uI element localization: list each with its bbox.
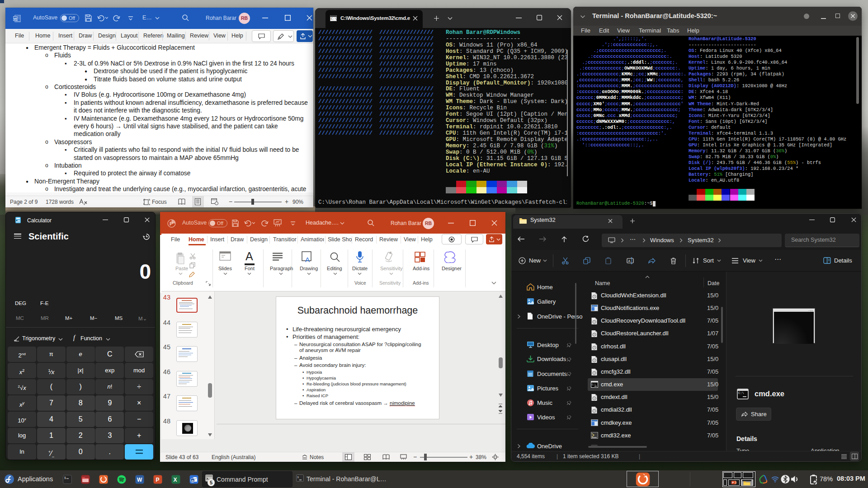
svg-text:P: P (156, 477, 160, 483)
svg-text:$: $ (64, 477, 66, 480)
svg-text:P: P (170, 221, 173, 226)
svg-text:C:\: C:\ (331, 17, 337, 21)
svg-text:P: P (732, 481, 734, 484)
svg-text:C:\: C:\ (738, 391, 744, 395)
svg-text:W: W (14, 17, 17, 21)
svg-text:A: A (305, 256, 310, 263)
svg-text:W: W (137, 477, 142, 483)
svg-text:C:\: C:\ (592, 384, 596, 386)
svg-text:o: o (192, 479, 194, 483)
svg-text:X: X (174, 477, 177, 483)
svg-text:A: A (628, 259, 631, 263)
